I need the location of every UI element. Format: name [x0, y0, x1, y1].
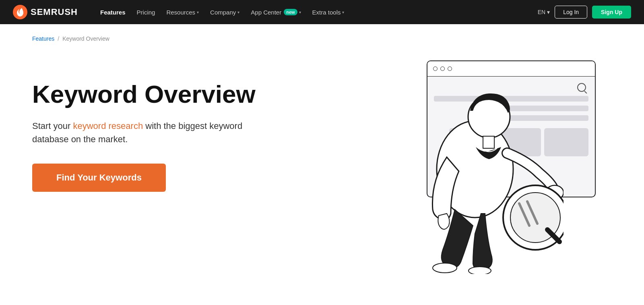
login-button[interactable]: Log In [555, 6, 587, 19]
browser-search-icon [577, 83, 586, 92]
svg-point-10 [433, 263, 457, 273]
hero-left: Keyword Overview Start your keyword rese… [32, 40, 258, 192]
svg-point-11 [469, 267, 491, 274]
nav-resources[interactable]: Resources ▾ [161, 6, 204, 19]
app-center-chevron-icon: ▾ [299, 10, 301, 15]
nav-links: Features Pricing Resources ▾ Company ▾ A… [95, 6, 525, 19]
nav-pricing[interactable]: Pricing [132, 6, 160, 19]
breadcrumb-separator: / [58, 35, 59, 42]
extra-tools-chevron-icon: ▾ [342, 10, 344, 15]
app-center-badge: new [284, 9, 297, 15]
logo-text: SEMRUSH [31, 7, 78, 17]
hero-desc-start: Start your [32, 121, 73, 131]
hero-description: Start your keyword research with the big… [32, 119, 258, 146]
lang-chevron-icon: ▾ [547, 9, 550, 15]
nav-company[interactable]: Company ▾ [205, 6, 244, 19]
main-navigation: SEMRUSH Features Pricing Resources ▾ Com… [0, 0, 644, 24]
page-content: Features / Keyword Overview Keyword Over… [0, 24, 644, 305]
page-title: Keyword Overview [32, 81, 258, 108]
logo-icon [13, 5, 27, 19]
signup-button[interactable]: Sign Up [592, 6, 631, 19]
breadcrumb: Features / Keyword Overview [32, 24, 109, 42]
hero-desc-highlight: keyword research [73, 121, 143, 131]
nav-features[interactable]: Features [95, 6, 130, 19]
breadcrumb-current: Keyword Overview [62, 35, 109, 42]
find-keywords-button[interactable]: Find Your Keywords [32, 164, 166, 192]
nav-extra-tools[interactable]: Extra tools ▾ [308, 6, 349, 19]
person-with-magnifier-illustration [411, 64, 564, 274]
resources-chevron-icon: ▾ [197, 10, 199, 15]
logo[interactable]: SEMRUSH [13, 5, 78, 19]
company-chevron-icon: ▾ [237, 10, 239, 15]
nav-right: EN ▾ Log In Sign Up [538, 6, 631, 19]
hero-illustration [258, 40, 612, 274]
svg-rect-3 [483, 136, 494, 148]
nav-app-center[interactable]: App Center new ▾ [246, 6, 305, 19]
breadcrumb-features-link[interactable]: Features [32, 35, 54, 42]
language-selector[interactable]: EN ▾ [538, 9, 550, 15]
